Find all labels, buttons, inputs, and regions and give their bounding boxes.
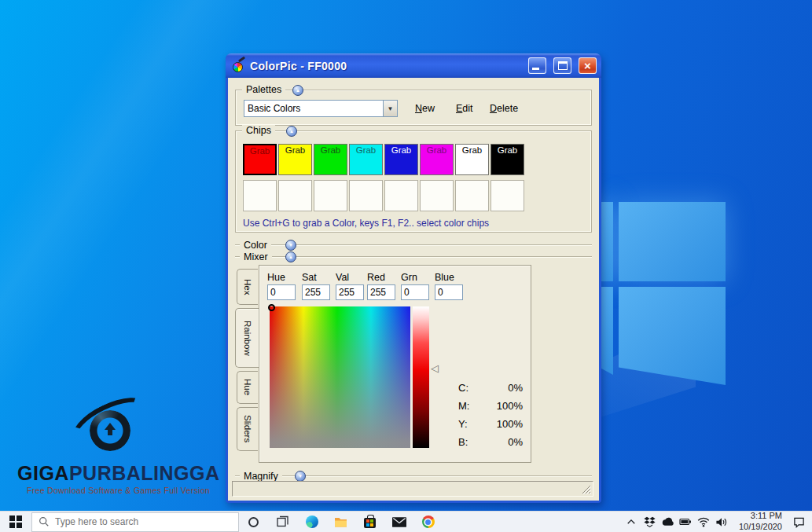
window-title: ColorPic - FF0000 [250,60,528,72]
val-field: Val [336,272,367,300]
minimize-button[interactable] [528,57,546,74]
chips-group: Chips ▲ Grab Grab Grab Grab Grab Grab Gr… [235,130,592,233]
value-slider-bar[interactable] [413,306,429,448]
tab-hue[interactable]: Hue [237,371,258,404]
color-chip-green[interactable]: Grab [314,144,347,175]
red-field: Red [367,272,399,300]
mixer-section-label: Mixer [240,251,272,262]
sat-input[interactable] [302,284,330,300]
watermark: GIGAPURBALINGGA Free Download Software &… [17,402,222,495]
magnify-expand-toggle[interactable]: ▼ [295,471,306,482]
task-view-icon [277,515,289,528]
blue-field: Blue [435,272,466,300]
color-section-header: Color ▼ [235,240,592,251]
hidden-icons-button[interactable] [625,512,638,532]
system-tray: 3:11 PM 10/19/2020 [623,512,812,532]
val-input[interactable] [336,284,364,300]
resize-grip[interactable] [582,485,592,495]
close-button[interactable]: × [579,57,597,74]
magnify-section-label: Magnify [240,471,282,482]
palettes-label: Palettes [242,84,285,95]
gradient-selection-marker[interactable] [268,304,275,311]
palettes-collapse-toggle[interactable]: ▲ [292,85,303,96]
red-input[interactable] [367,284,395,300]
task-view-button[interactable] [268,512,297,532]
mail-button[interactable] [384,512,413,532]
action-center-button[interactable] [788,512,809,532]
dropbox-icon [644,516,656,527]
maximize-button[interactable] [553,57,571,74]
color-expand-toggle[interactable]: ▼ [285,240,296,251]
taskbar-search[interactable] [31,512,239,532]
edge-button[interactable] [297,512,326,532]
color-chip-cyan[interactable]: Grab [349,144,383,175]
empty-chip[interactable] [278,180,312,211]
empty-chip[interactable] [455,180,489,211]
clock-date: 10/19/2020 [739,522,782,532]
color-chip-yellow[interactable]: Grab [278,144,312,175]
color-section-label: Color [240,240,271,251]
status-strip [232,481,593,497]
empty-chip[interactable] [314,180,347,211]
edge-icon [306,515,318,528]
tab-rainbow[interactable]: Rainbow [235,308,259,368]
chips-collapse-toggle[interactable]: ▲ [286,126,297,137]
clock-time: 3:11 PM [739,511,782,522]
tab-hex[interactable]: Hex [237,269,258,305]
grn-input[interactable] [401,284,429,300]
color-chip-white[interactable]: Grab [455,144,489,175]
mixer-body: Hex Rainbow Hue Sliders Hue Sat Val Red … [235,265,531,463]
file-explorer-button[interactable] [326,512,355,532]
mixer-collapse-toggle[interactable]: ▲ [285,251,296,262]
mixer-tabs: Hex Rainbow Hue Sliders [235,265,259,463]
dropdown-arrow-icon[interactable]: ▼ [383,101,397,116]
palettes-edit-link[interactable]: Edit [456,103,473,114]
color-chip-blue[interactable]: Grab [384,144,418,175]
watermark-brand: GIGAPURBALINGGA [17,462,222,485]
palettes-group: Palettes ▲ Basic Colors ▼ New Edit Delet… [235,90,592,126]
minimize-icon [532,68,539,70]
cmyk-m-row: M:100% [458,400,523,418]
store-icon [364,518,376,528]
color-chip-black[interactable]: Grab [491,144,524,175]
empty-chip[interactable] [420,180,454,211]
onedrive-tray-button[interactable] [661,512,674,532]
cortana-button[interactable] [239,512,268,532]
titlebar[interactable]: ColorPic - FF0000 × [226,53,601,78]
window-client-area: Palettes ▲ Basic Colors ▼ New Edit Delet… [228,78,599,501]
cortana-icon [248,517,259,527]
maximize-icon [558,61,568,70]
color-chip-magenta[interactable]: Grab [420,144,454,175]
volume-tray-button[interactable] [715,512,729,532]
grn-field: Grn [401,272,432,300]
wifi-tray-button[interactable] [697,512,711,532]
empty-chip[interactable] [243,180,277,211]
slider-pointer-icon[interactable]: ◁ [431,362,439,374]
mixer-panel: Hue Sat Val Red Grn Blue ◁ C:0% M:100% Y… [259,265,531,463]
sat-field: Sat [302,272,333,300]
taskbar-clock[interactable]: 3:11 PM 10/19/2020 [739,511,782,532]
empty-chip[interactable] [349,180,383,211]
mail-icon [392,517,406,527]
dropbox-tray-button[interactable] [643,512,656,532]
hue-input[interactable] [267,284,296,300]
start-button[interactable] [0,512,31,532]
store-button[interactable] [355,512,384,532]
palettes-delete-link[interactable]: Delete [490,103,518,114]
cmyk-c-row: C:0% [458,382,523,400]
chrome-button[interactable] [413,512,443,532]
palettes-new-link[interactable]: New [415,103,435,114]
mixer-section-header: Mixer ▲ [235,251,592,262]
tab-sliders[interactable]: Sliders [237,407,258,451]
rainbow-gradient-picker[interactable] [270,306,410,448]
empty-chip[interactable] [384,180,418,211]
blue-input[interactable] [435,284,463,300]
speaker-icon [715,516,728,528]
search-input[interactable] [55,516,232,527]
empty-chip[interactable] [491,180,524,211]
battery-tray-button[interactable] [679,512,693,532]
battery-icon [679,515,692,528]
color-chip-red[interactable]: Grab [243,144,277,175]
palette-dropdown[interactable]: Basic Colors ▼ [244,100,398,117]
cmyk-readout: C:0% M:100% Y:100% B:0% [458,382,523,454]
